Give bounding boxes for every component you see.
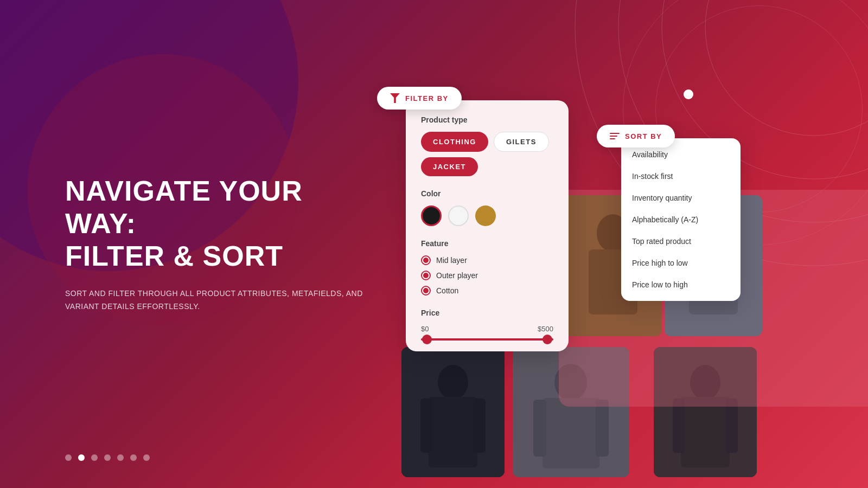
filter-button-label: FILTER BY [405, 94, 449, 102]
price-label: Price [421, 309, 553, 317]
feature-dot-mid-layer [421, 255, 431, 265]
sort-item-alphabetically[interactable]: Alphabetically (A-Z) [621, 209, 741, 230]
hero-subtitle: SORT AND FILTER THROUGH ALL PRODUCT ATTR… [65, 287, 380, 313]
sort-item-price-low-high[interactable]: Price low to high [621, 274, 741, 296]
product-type-label: Product type [421, 115, 553, 124]
feature-dot-outer-player [421, 271, 431, 280]
price-max-label: $500 [538, 325, 553, 333]
dot-3[interactable] [91, 454, 98, 461]
svg-rect-17 [542, 398, 599, 468]
product-card-bottom-1 [401, 347, 505, 477]
hero-title: NAVIGATE YOUR WAY: FILTER & SORT [65, 175, 380, 272]
feature-item-outer-player[interactable]: Outer player [421, 271, 553, 280]
dot-6[interactable] [130, 454, 137, 461]
svg-rect-23 [673, 399, 685, 453]
svg-rect-13 [420, 399, 432, 453]
sort-item-price-high-low[interactable]: Price high to low [621, 252, 741, 274]
filter-panel: Product type CLOTHING GILETS JACKET Colo… [406, 100, 569, 351]
svg-rect-12 [429, 397, 477, 467]
dot-1[interactable] [65, 454, 72, 461]
color-swatch-white[interactable] [448, 206, 469, 226]
sort-by-button[interactable]: SORT BY [597, 125, 675, 147]
price-slider-track[interactable] [421, 338, 553, 341]
dot-7[interactable] [143, 454, 150, 461]
nav-dot-indicator [684, 89, 693, 99]
price-range-labels: $0 $500 [421, 325, 553, 333]
feature-item-cotton[interactable]: Cotton [421, 286, 553, 296]
sort-icon-line-1 [610, 133, 620, 134]
product-type-jacket[interactable]: JACKET [421, 157, 478, 176]
price-min-label: $0 [421, 325, 429, 333]
feature-label-cotton: Cotton [436, 286, 458, 295]
svg-rect-19 [596, 400, 609, 457]
price-slider-thumb-left[interactable] [422, 335, 432, 344]
color-section: Color [421, 189, 553, 226]
feature-section: Feature Mid layer Outer player Cotton [421, 239, 553, 296]
hero-title-line2: FILTER & SORT [65, 240, 283, 271]
svg-rect-18 [533, 400, 546, 457]
svg-rect-22 [681, 397, 730, 467]
product-type-clothing[interactable]: CLOTHING [421, 132, 488, 152]
sort-button-label: SORT BY [625, 132, 662, 140]
price-slider-thumb-right[interactable] [542, 335, 552, 344]
sort-icon [610, 131, 620, 141]
sort-panel: Availability In-stock first Inventory qu… [621, 138, 741, 301]
svg-point-11 [438, 365, 468, 400]
svg-rect-24 [726, 399, 738, 453]
color-swatches [421, 206, 553, 226]
product-type-gilets[interactable]: GILETS [494, 132, 549, 152]
hero-section: NAVIGATE YOUR WAY: FILTER & SORT SORT AN… [65, 175, 380, 313]
sort-item-in-stock-first[interactable]: In-stock first [621, 165, 741, 187]
feature-dot-cotton [421, 286, 431, 296]
dot-4[interactable] [104, 454, 111, 461]
feature-label-mid-layer: Mid layer [436, 256, 467, 265]
sort-item-top-rated[interactable]: Top rated product [621, 230, 741, 252]
svg-point-0 [705, 0, 868, 136]
color-swatch-gold[interactable] [475, 206, 496, 226]
feature-item-mid-layer[interactable]: Mid layer [421, 255, 553, 265]
feature-label-outer-player: Outer player [436, 271, 478, 280]
feature-label: Feature [421, 239, 553, 248]
funnel-icon [390, 93, 400, 103]
sort-item-inventory-quantity[interactable]: Inventory quantity [621, 187, 741, 209]
hero-title-line1: NAVIGATE YOUR WAY: [65, 175, 303, 239]
sort-icon-line-2 [610, 136, 617, 137]
price-slider-fill [421, 338, 553, 341]
product-type-row-1: CLOTHING GILETS [421, 132, 553, 152]
carousel-dots[interactable] [65, 454, 150, 461]
dot-5[interactable] [117, 454, 124, 461]
filter-by-button[interactable]: FILTER BY [377, 87, 462, 110]
product-type-row-2: JACKET [421, 157, 553, 176]
price-section: Price $0 $500 [421, 309, 553, 341]
color-swatch-black[interactable] [421, 206, 442, 226]
svg-rect-14 [474, 399, 486, 453]
color-label: Color [421, 189, 553, 198]
dot-2[interactable] [78, 454, 85, 461]
sort-icon-line-3 [610, 138, 615, 139]
